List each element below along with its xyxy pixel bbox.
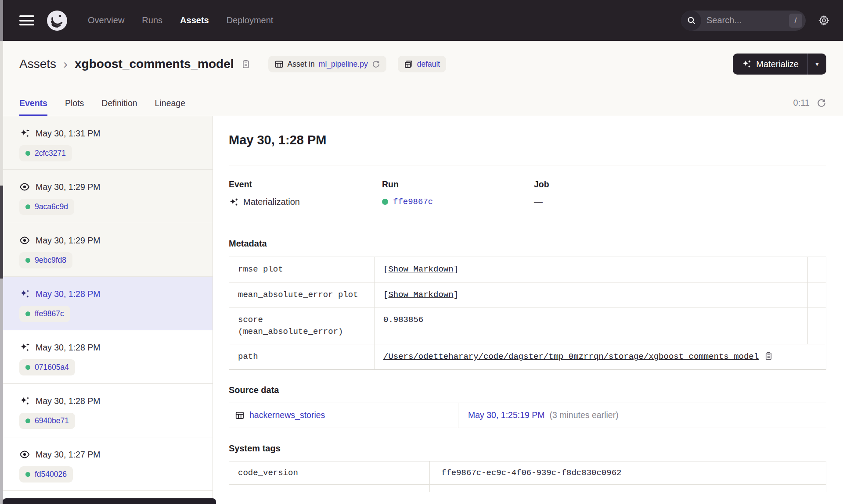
- dagster-logo-icon[interactable]: [47, 10, 68, 31]
- observation-eye-icon: [19, 449, 30, 460]
- page-header: Assets › xgboost_comments_model Asset in: [0, 41, 843, 116]
- event-list-item[interactable]: May 30, 1:29 PM 9ebc9fd8: [0, 223, 213, 277]
- event-list-item[interactable]: May 30, 1:28 PM 6940be71: [0, 384, 213, 437]
- show-markdown-link[interactable]: [Show Markdown]: [383, 289, 458, 301]
- event-list-item[interactable]: May 30, 1:31 PM 2cfc3271: [0, 116, 213, 170]
- system-tag-key: code_version: [229, 461, 430, 484]
- search-box[interactable]: /: [681, 11, 806, 31]
- materialize-button[interactable]: Materialize: [733, 54, 807, 75]
- window-edge-artifact: [0, 0, 3, 504]
- metadata-row-path: path /Users/odetteharary/code/dagster/tm…: [229, 344, 826, 369]
- run-tag[interactable]: 9aca6c9d: [19, 199, 74, 215]
- materialization-sparkle-icon: [19, 289, 30, 299]
- tab-plots[interactable]: Plots: [65, 98, 84, 116]
- metadata-row-rmse-plot: rmse plot [Show Markdown]: [229, 257, 826, 282]
- run-tag[interactable]: 071605a4: [19, 359, 75, 375]
- materialize-dropdown-caret[interactable]: ▾: [808, 54, 826, 75]
- event-list-item[interactable]: May 30, 1:28 PM 071605a4: [0, 330, 213, 384]
- run-id-link: fd540026: [35, 470, 67, 479]
- run-tag[interactable]: 2cfc3271: [19, 145, 72, 161]
- copy-asset-name-icon[interactable]: [241, 59, 251, 69]
- run-status-dot: [25, 365, 30, 370]
- source-asset-link[interactable]: hackernews_stories: [249, 410, 325, 420]
- metadata-table: rmse plot [Show Markdown] mean_absolute_…: [229, 257, 826, 370]
- menu-icon[interactable]: [19, 13, 34, 28]
- event-timestamp: May 30, 1:29 PM: [36, 182, 100, 192]
- run-status-dot: [25, 258, 30, 263]
- run-status-dot: [25, 472, 30, 477]
- run-tag[interactable]: 6940be71: [19, 413, 75, 429]
- run-tag[interactable]: 9ebc9fd8: [19, 252, 72, 268]
- metadata-row-mae-plot: mean_absolute_error plot [Show Markdown]: [229, 282, 826, 308]
- refresh-icon[interactable]: [817, 98, 826, 108]
- event-timestamp: May 30, 1:31 PM: [36, 129, 100, 139]
- run-status-dot: [25, 418, 30, 423]
- divider: [229, 165, 826, 165]
- metadata-row-score: score (mean_absolute_error) 0.983856: [229, 307, 826, 344]
- run-id-link: ffe9867c: [35, 309, 64, 318]
- asset-tabs: Events Plots Definition Lineage 0:11: [0, 85, 843, 116]
- run-id-link: 9ebc9fd8: [35, 256, 66, 265]
- nav-link-runs[interactable]: Runs: [142, 15, 162, 25]
- table-copy-icon: [404, 60, 413, 69]
- event-list-item[interactable]: May 30, 1:29 PM 9aca6c9d: [0, 170, 213, 223]
- asset-name-title: xgboost_comments_model: [75, 57, 234, 71]
- nav-link-deployment[interactable]: Deployment: [227, 15, 274, 25]
- score-value: 0.983856: [383, 314, 423, 326]
- event-timestamp: May 30, 1:27 PM: [36, 450, 100, 460]
- event-detail-panel: May 30, 1:28 PM Event Materialization Ru…: [213, 116, 843, 504]
- source-data-row: hackernews_stories May 30, 1:25:19 PM (3…: [229, 403, 826, 428]
- breadcrumb-assets-link[interactable]: Assets: [19, 57, 56, 71]
- event-list-item-selected[interactable]: May 30, 1:28 PM ffe9867c: [0, 277, 213, 330]
- metadata-key: path: [229, 344, 375, 369]
- nav-link-assets[interactable]: Assets: [180, 15, 209, 25]
- run-column-label: Run: [382, 179, 534, 189]
- top-navbar: Overview Runs Assets Deployment /: [0, 0, 843, 41]
- settings-gear-icon[interactable]: [818, 14, 830, 26]
- asset-group-link[interactable]: default: [417, 60, 440, 69]
- metadata-row-extra-cell: [807, 307, 826, 344]
- source-relative-time: (3 minutes earlier): [550, 410, 619, 420]
- show-markdown-link[interactable]: [Show Markdown]: [383, 264, 458, 275]
- materialization-sparkle-icon: [19, 342, 30, 353]
- metadata-key: mean_absolute_error plot: [229, 282, 375, 307]
- asset-location-prefix: Asset in: [288, 60, 315, 69]
- run-status-dot: [25, 151, 30, 156]
- background-window-artifact: [3, 498, 216, 504]
- system-tag-row: code_version ffe9867c-ec9c-4f06-939c-f8d…: [229, 461, 826, 485]
- event-detail-title: May 30, 1:28 PM: [229, 133, 826, 147]
- run-id-link: 6940be71: [35, 416, 69, 425]
- event-timestamp: May 30, 1:29 PM: [36, 236, 100, 246]
- asset-location-file-link[interactable]: ml_pipeline.py: [319, 60, 368, 69]
- metadata-row-extra-cell: [807, 257, 826, 282]
- tab-definition[interactable]: Definition: [101, 98, 137, 116]
- tab-events[interactable]: Events: [19, 98, 47, 116]
- search-input[interactable]: [706, 15, 789, 25]
- event-column-label: Event: [229, 179, 382, 189]
- system-tags-heading: System tags: [229, 443, 826, 454]
- run-tag[interactable]: fd540026: [19, 466, 73, 483]
- tab-lineage[interactable]: Lineage: [155, 98, 185, 116]
- search-shortcut-key: /: [789, 14, 802, 28]
- run-id-link[interactable]: ffe9867c: [393, 197, 433, 207]
- event-timestamp: May 30, 1:28 PM: [36, 289, 100, 299]
- primary-nav: Overview Runs Assets Deployment: [88, 15, 273, 25]
- event-list-item[interactable]: May 30, 1:27 PM fd540026: [0, 437, 213, 491]
- divider: [229, 223, 826, 223]
- copy-path-icon[interactable]: [764, 351, 773, 361]
- reload-location-icon[interactable]: [372, 60, 380, 68]
- event-list: May 30, 1:31 PM 2cfc3271 May 30, 1:29 PM…: [0, 116, 213, 504]
- nav-link-overview[interactable]: Overview: [88, 15, 124, 25]
- observation-eye-icon: [19, 182, 30, 192]
- source-timestamp-link[interactable]: May 30, 1:25:19 PM: [468, 410, 545, 420]
- asset-group-badge: default: [398, 56, 447, 72]
- refresh-timer: 0:11: [793, 98, 810, 108]
- storage-path-link[interactable]: /Users/odetteharary/code/dagster/tmp_0mz…: [383, 351, 759, 363]
- sparkle-icon: [742, 59, 751, 69]
- materialization-sparkle-icon: [19, 396, 30, 406]
- breadcrumb: Assets › xgboost_comments_model Asset in: [0, 41, 843, 85]
- observation-eye-icon: [19, 235, 30, 246]
- table-icon: [274, 60, 284, 69]
- asset-location-badge: Asset in ml_pipeline.py: [268, 56, 386, 72]
- run-tag[interactable]: ffe9867c: [19, 306, 70, 322]
